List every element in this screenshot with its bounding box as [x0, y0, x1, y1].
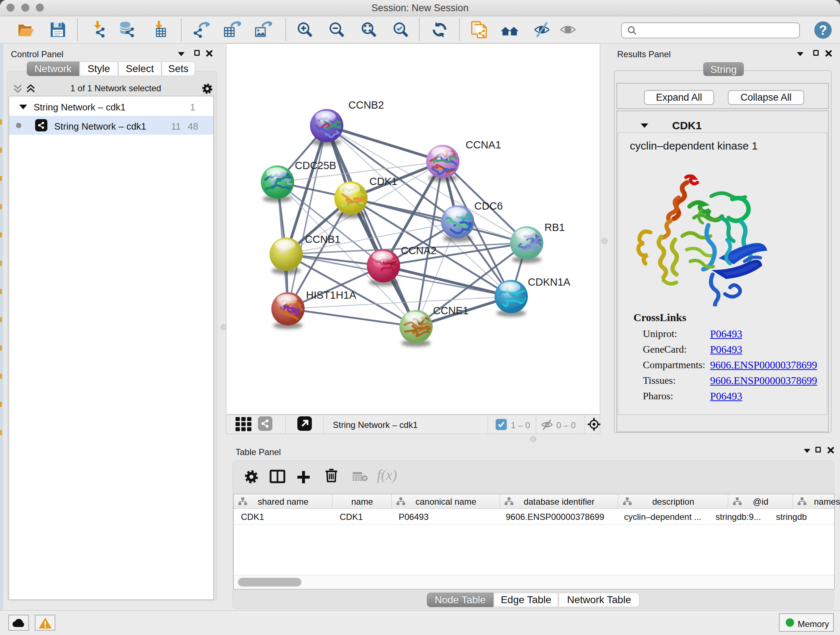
- svg-text:CDC25B: CDC25B: [295, 160, 336, 171]
- svg-text:CDKN1A: CDKN1A: [528, 276, 570, 288]
- svg-text:HIST1H1A: HIST1H1A: [306, 289, 356, 301]
- svg-text:CCNB1: CCNB1: [305, 233, 340, 245]
- svg-text:CCNA1: CCNA1: [466, 139, 501, 150]
- svg-text:CCNE1: CCNE1: [433, 305, 469, 317]
- svg-text:CDK1: CDK1: [369, 176, 397, 187]
- svg-text:CCNA2: CCNA2: [401, 245, 436, 256]
- svg-text:RB1: RB1: [545, 222, 565, 233]
- svg-text:CCNB2: CCNB2: [348, 99, 384, 111]
- svg-text:CDC6: CDC6: [474, 200, 503, 212]
